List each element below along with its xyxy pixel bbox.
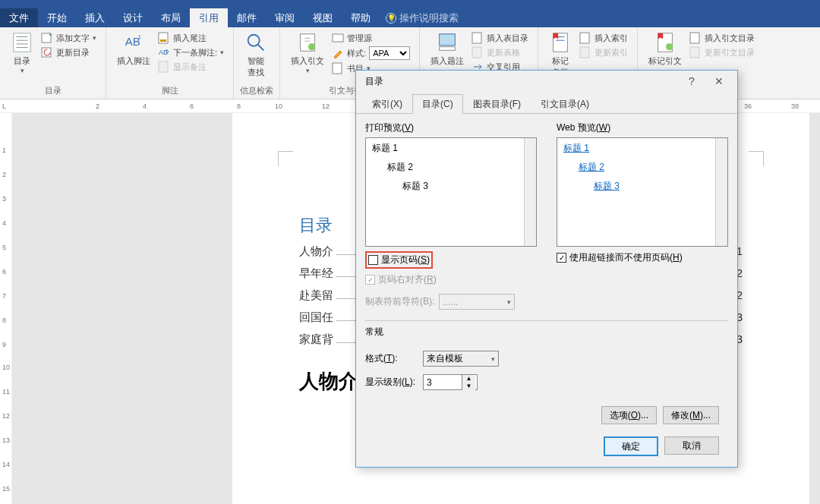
group-toc: 目录 <box>6 83 99 99</box>
footnote-icon: AB1 <box>122 31 145 54</box>
next-footnote-icon: AB <box>158 46 170 58</box>
menu-insert[interactable]: 插入 <box>76 8 114 27</box>
use-hyperlinks-checkbox[interactable]: ✓使用超链接而不使用页码(H) <box>557 251 728 264</box>
menu-review[interactable]: 审阅 <box>266 8 304 27</box>
general-section: 常规 <box>365 326 728 339</box>
ruler-vertical: 1234 5678 9101112 131415 <box>0 113 12 504</box>
endnote-icon <box>158 32 170 44</box>
update-toc[interactable]: 更新目录 <box>41 46 96 59</box>
insert-auth-toc[interactable]: 插入引文目录 <box>689 31 755 45</box>
svg-point-27 <box>666 43 673 50</box>
levels-label: 显示级别(L): <box>365 376 418 389</box>
svg-line-14 <box>258 45 264 51</box>
dialog-close[interactable]: ✕ <box>705 75 733 87</box>
manage-sources-icon <box>332 32 344 44</box>
svg-rect-25 <box>580 47 589 58</box>
tab-leader-combo[interactable]: ......▾ <box>439 294 515 310</box>
manage-sources[interactable]: 管理源 <box>332 31 410 45</box>
citation-icon <box>296 31 319 54</box>
svg-text:1: 1 <box>138 33 141 40</box>
toc-button[interactable]: 目录▾ <box>6 29 38 83</box>
add-text-icon <box>41 32 53 44</box>
tab-index[interactable]: 索引(X) <box>362 94 412 114</box>
bibliography-icon <box>332 62 344 74</box>
svg-rect-22 <box>472 47 481 58</box>
modify-button[interactable]: 修改(M)... <box>663 406 719 424</box>
refresh-icon <box>41 46 53 58</box>
mark-citation-icon <box>654 31 676 54</box>
update-auth: 更新引文目录 <box>689 46 755 59</box>
style-select[interactable]: APA <box>369 46 410 60</box>
menu-file[interactable]: 文件 <box>0 8 38 27</box>
next-footnote[interactable]: AB下一条脚注:▾ <box>158 46 224 59</box>
menu-layout[interactable]: 布局 <box>152 8 190 27</box>
insert-index[interactable]: 插入索引 <box>579 31 628 45</box>
svg-rect-21 <box>472 33 481 43</box>
dialog-title: 目录 <box>365 75 678 88</box>
tab-toc[interactable]: 目录(C) <box>412 94 463 114</box>
svg-rect-24 <box>580 33 589 43</box>
svg-rect-29 <box>690 47 699 58</box>
show-notes-icon <box>158 61 170 73</box>
insert-footnote[interactable]: AB1 插入脚注 <box>112 29 155 83</box>
svg-rect-10 <box>160 39 166 42</box>
print-preview-label: 打印预览(V) <box>365 121 537 134</box>
svg-rect-19 <box>440 34 456 46</box>
svg-rect-12 <box>159 61 168 72</box>
svg-point-16 <box>308 43 315 50</box>
options-button[interactable]: 选项(O)... <box>601 406 657 424</box>
citation-style[interactable]: 样式: APA <box>332 46 410 61</box>
index-icon <box>579 32 591 44</box>
fig-toc-icon <box>472 32 484 44</box>
svg-rect-18 <box>333 63 342 74</box>
toc-dialog: 目录 ? ✕ 索引(X) 目录(C) 图表目录(F) 引文目录(A) 打印预览(… <box>355 70 738 468</box>
tab-figures[interactable]: 图表目录(F) <box>463 94 531 114</box>
ok-button[interactable]: 确定 <box>604 436 658 456</box>
menu-design[interactable]: 设计 <box>114 8 152 27</box>
smart-lookup[interactable]: 智能 查找 <box>240 29 272 83</box>
dialog-help[interactable]: ? <box>678 75 705 87</box>
format-combo[interactable]: 来自模板▾ <box>423 351 499 367</box>
levels-spinner[interactable]: ▲▼ <box>423 374 478 390</box>
update-table: 更新表格 <box>472 46 528 59</box>
print-preview-box: 标题 1 标题 2 标题 3 <box>365 137 537 247</box>
menu-help[interactable]: 帮助 <box>342 8 380 27</box>
right-align-checkbox: ✓页码右对齐(R) <box>365 273 537 286</box>
svg-rect-28 <box>690 33 699 43</box>
menu-home[interactable]: 开始 <box>38 8 76 27</box>
web-preview-label: Web 预览(W) <box>557 121 728 134</box>
svg-rect-0 <box>14 33 31 52</box>
tell-me[interactable]: 💡 操作说明搜索 <box>380 11 459 25</box>
style-icon <box>332 47 344 59</box>
toc-icon <box>11 31 33 54</box>
show-notes: 显示备注 <box>158 60 224 74</box>
svg-rect-17 <box>333 34 343 42</box>
group-footnote: 脚注 <box>112 83 227 99</box>
menu-view[interactable]: 视图 <box>304 8 342 27</box>
format-label: 格式(T): <box>365 352 418 365</box>
search-icon <box>244 31 267 54</box>
insert-endnote[interactable]: 插入尾注 <box>158 31 224 45</box>
group-research: 信息检索 <box>240 83 273 99</box>
lightbulb-icon: 💡 <box>386 13 396 24</box>
refresh-icon <box>472 46 484 58</box>
show-page-numbers-checkbox[interactable]: 显示页码(S) <box>365 251 433 269</box>
insert-fig-toc[interactable]: 插入表目录 <box>472 31 528 45</box>
svg-rect-20 <box>440 47 456 51</box>
cancel-button[interactable]: 取消 <box>664 436 719 455</box>
caption-icon <box>436 31 459 54</box>
menu-references[interactable]: 引用 <box>190 8 228 27</box>
web-preview-box: 标题 1 标题 2 标题 3 <box>557 137 728 247</box>
mark-entry-icon <box>549 31 572 54</box>
update-index: 更新索引 <box>579 46 628 59</box>
add-text[interactable]: 添加文字 ▾ <box>41 31 96 45</box>
menubar: 文件 开始 插入 设计 布局 引用 邮件 审阅 视图 帮助 💡 操作说明搜索 <box>0 8 820 27</box>
tab-leader-label: 制表符前导符(B): <box>365 295 434 308</box>
insert-citation[interactable]: 插入引文▾ <box>286 29 329 83</box>
tab-authorities[interactable]: 引文目录(A) <box>531 94 599 114</box>
menu-mail[interactable]: 邮件 <box>228 8 266 27</box>
svg-point-13 <box>248 35 260 46</box>
